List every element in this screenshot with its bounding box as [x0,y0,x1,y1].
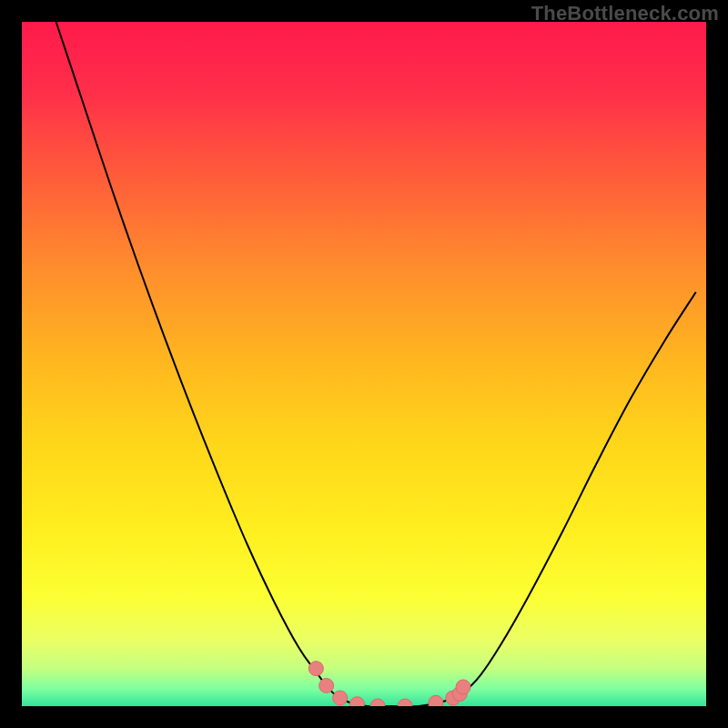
gradient-background [22,22,706,706]
chart-svg [22,22,706,706]
chart-frame: TheBottleneck.com [0,0,728,728]
highlight-marker [333,691,348,705]
highlight-marker [319,678,334,693]
highlight-marker [429,695,443,706]
plot-area [22,22,706,706]
highlight-marker [308,662,323,676]
highlight-marker [456,680,470,694]
